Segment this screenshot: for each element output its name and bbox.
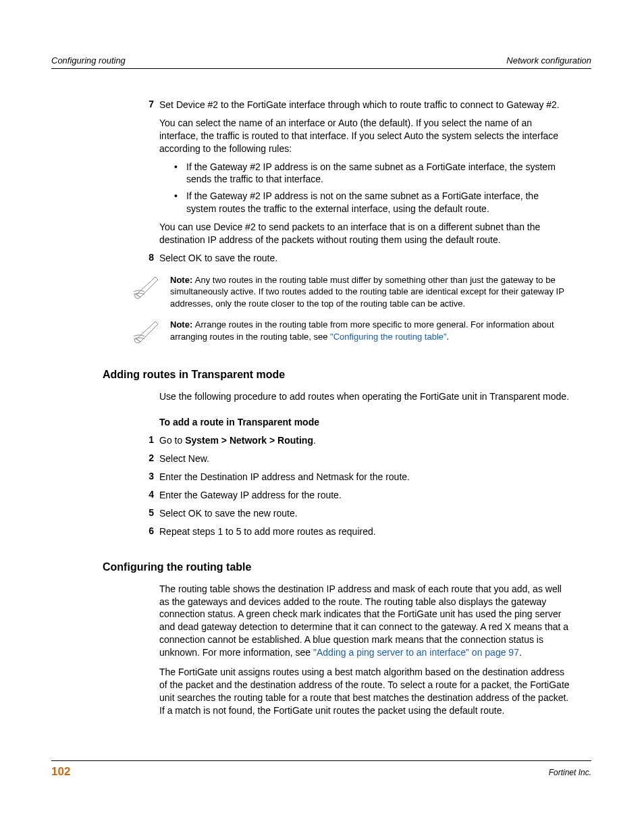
step-text: Enter the Destination IP address and Net… xyxy=(159,471,571,484)
note-icon xyxy=(131,319,161,346)
note-icon xyxy=(131,274,161,301)
paragraph: The FortiGate unit assigns routes using … xyxy=(159,666,571,717)
step-number: 1 xyxy=(135,434,154,445)
note-text: Note: Any two routes in the routing tabl… xyxy=(170,274,571,310)
note-block: Note: Any two routes in the routing tabl… xyxy=(131,274,571,310)
paragraph: The routing table shows the destination … xyxy=(159,583,571,659)
step-text: Set Device #2 to the FortiGate interface… xyxy=(159,99,571,111)
step-text: You can use Device #2 to send packets to… xyxy=(159,221,571,246)
header-left: Configuring routing xyxy=(51,55,126,66)
note-text: Note: Arrange routes in the routing tabl… xyxy=(170,319,571,342)
step-8: 8 Select OK to save the route. xyxy=(159,252,571,265)
step-text: Select New. xyxy=(159,452,571,465)
note-block: Note: Arrange routes in the routing tabl… xyxy=(131,319,571,346)
page-number: 102 xyxy=(51,765,70,779)
step-text: Go to System > Network > Routing. xyxy=(159,434,571,447)
menu-path: System > Network > Routing xyxy=(185,435,313,446)
step-number: 2 xyxy=(135,452,154,463)
note-body-after: . xyxy=(447,332,450,342)
note-label: Note: xyxy=(170,319,195,330)
page-footer: 102 Fortinet Inc. xyxy=(51,760,591,779)
list-item: 5 Select OK to save the new route. xyxy=(159,507,571,520)
step-number: 8 xyxy=(135,252,154,263)
list-item: 3 Enter the Destination IP address and N… xyxy=(159,471,571,484)
text-fragment: . xyxy=(519,647,522,658)
text-fragment: . xyxy=(313,435,316,446)
step-number: 5 xyxy=(135,507,154,518)
intro-text: Use the following procedure to add route… xyxy=(159,390,571,403)
running-header: Configuring routing Network configuratio… xyxy=(51,55,591,69)
bullet-list: If the Gateway #2 IP address is on the s… xyxy=(174,161,571,216)
page-content: Configuring routing Network configuratio… xyxy=(51,55,591,723)
step-7: 7 Set Device #2 to the FortiGate interfa… xyxy=(159,99,571,246)
bullet-item: If the Gateway #2 IP address is on the s… xyxy=(174,161,571,186)
step-text: Select OK to save the route. xyxy=(159,252,571,265)
list-item: 6 Repeat steps 1 to 5 to add more routes… xyxy=(159,525,571,538)
step-number: 7 xyxy=(135,99,154,109)
heading-adding-routes: Adding routes in Transparent mode xyxy=(103,369,591,381)
step-number: 6 xyxy=(135,525,154,536)
cross-ref-link[interactable]: "Adding a ping server to an interface" o… xyxy=(313,647,519,658)
note-link[interactable]: "Configuring the routing table" xyxy=(330,332,447,342)
section1-body: Use the following procedure to add route… xyxy=(159,390,571,538)
step-text: Enter the Gateway IP address for the rou… xyxy=(159,489,571,502)
bullet-item: If the Gateway #2 IP address is not on t… xyxy=(174,190,571,215)
header-right: Network configuration xyxy=(506,55,591,66)
note-label: Note: xyxy=(170,275,195,285)
heading-configuring-routing-table: Configuring the routing table xyxy=(103,561,591,573)
procedure-subhead: To add a route in Transparent mode xyxy=(159,417,571,427)
list-item: 2 Select New. xyxy=(159,452,571,465)
text-fragment: Go to xyxy=(159,435,185,446)
step-number: 3 xyxy=(135,471,154,481)
list-item: 4 Enter the Gateway IP address for the r… xyxy=(159,489,571,502)
note-body: Any two routes in the routing table must… xyxy=(170,275,564,309)
list-item: 1 Go to System > Network > Routing. xyxy=(159,434,571,447)
section2-body: The routing table shows the destination … xyxy=(159,583,571,717)
footer-company: Fortinet Inc. xyxy=(549,768,591,777)
step-text: Repeat steps 1 to 5 to add more routes a… xyxy=(159,525,571,538)
step-number: 4 xyxy=(135,489,154,500)
step-text: You can select the name of an interface … xyxy=(159,117,571,155)
step-text: Select OK to save the new route. xyxy=(159,507,571,520)
